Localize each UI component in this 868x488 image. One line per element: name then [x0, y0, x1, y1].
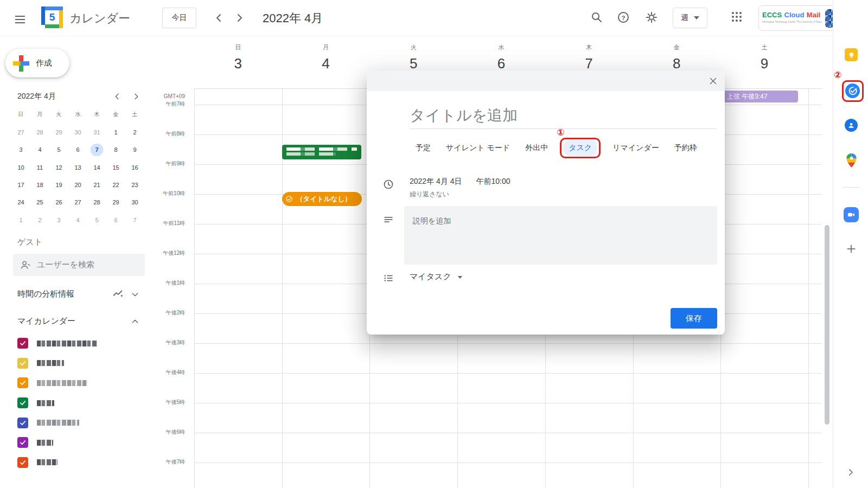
- mini-day[interactable]: 1: [106, 124, 125, 141]
- mini-day[interactable]: 17: [11, 176, 30, 194]
- tab-event[interactable]: 予定: [416, 143, 431, 153]
- calendar-checkbox[interactable]: [17, 437, 28, 448]
- dialog-drag-handle[interactable]: [367, 70, 725, 91]
- mini-day[interactable]: 24: [11, 194, 30, 211]
- chevron-up-icon[interactable]: [131, 317, 139, 326]
- tab-task[interactable]: タスク ①: [563, 140, 597, 156]
- calendar-list-item[interactable]: [13, 373, 149, 393]
- google-apps-grid-icon[interactable]: [732, 12, 743, 23]
- mini-day[interactable]: 30: [68, 124, 87, 141]
- vertical-scrollbar[interactable]: [825, 225, 829, 425]
- mini-day[interactable]: 21: [87, 176, 106, 194]
- help-icon[interactable]: ?: [617, 11, 630, 24]
- mini-day[interactable]: 14: [87, 159, 106, 176]
- mini-day[interactable]: 9: [125, 141, 144, 158]
- datetime-row[interactable]: 2022年 4月 4日午前10:00 繰り返さない: [410, 177, 510, 199]
- day-number[interactable]: 9: [720, 55, 808, 72]
- mini-day[interactable]: 12: [49, 159, 68, 176]
- add-addon-icon[interactable]: [845, 243, 857, 255]
- chevron-down-icon[interactable]: [131, 290, 139, 299]
- mini-day[interactable]: 19: [49, 176, 68, 194]
- calendar-checkbox[interactable]: [17, 377, 28, 388]
- calendar-list-item[interactable]: [13, 453, 149, 473]
- day-number[interactable]: 4: [282, 55, 370, 72]
- search-icon[interactable]: [590, 11, 603, 24]
- mini-day[interactable]: 15: [106, 159, 125, 176]
- save-button[interactable]: 保存: [671, 308, 717, 329]
- mini-day[interactable]: 26: [49, 194, 68, 211]
- mini-day[interactable]: 29: [106, 194, 125, 211]
- mini-day[interactable]: 6: [68, 141, 87, 158]
- mini-day[interactable]: 10: [11, 159, 30, 176]
- mini-day[interactable]: 18: [30, 176, 49, 194]
- day-number[interactable]: 7: [545, 55, 633, 72]
- next-week-icon[interactable]: [233, 11, 246, 24]
- task-chip-untitled[interactable]: （タイトルなし）: [282, 192, 362, 206]
- calendar-list-item[interactable]: [13, 413, 149, 433]
- day-number[interactable]: 6: [457, 55, 545, 72]
- mini-day-selected[interactable]: 7: [87, 141, 106, 158]
- mini-day[interactable]: 28: [30, 124, 49, 141]
- tab-out-of-office[interactable]: 外出中: [525, 143, 548, 153]
- calendar-list-item[interactable]: [13, 354, 149, 374]
- my-calendars-label[interactable]: マイカレンダー: [17, 316, 75, 326]
- guest-search-input[interactable]: ユーザーを検索: [13, 254, 145, 276]
- mini-day[interactable]: 6: [106, 211, 125, 228]
- zoom-meet-icon[interactable]: [844, 207, 859, 222]
- collapse-panel-icon[interactable]: [846, 467, 856, 477]
- calendar-checkbox[interactable]: [17, 338, 28, 349]
- calendar-checkbox[interactable]: [17, 358, 28, 369]
- mini-day[interactable]: 3: [49, 211, 68, 228]
- mini-day[interactable]: 20: [68, 176, 87, 194]
- mini-day[interactable]: 25: [30, 194, 49, 211]
- hamburger-menu-icon[interactable]: [15, 14, 25, 25]
- mini-day[interactable]: 11: [30, 159, 49, 176]
- close-icon[interactable]: [706, 74, 719, 87]
- task-list-selector[interactable]: マイタスク: [410, 272, 462, 282]
- mini-day[interactable]: 31: [87, 124, 106, 141]
- calendar-list-item[interactable]: [13, 433, 149, 453]
- mini-day[interactable]: 1: [11, 211, 30, 228]
- mini-day[interactable]: 27: [68, 194, 87, 211]
- allday-event[interactable]: 上弦 午後3:47: [722, 91, 798, 102]
- day-number[interactable]: 5: [369, 55, 457, 72]
- calendar-list-item[interactable]: [13, 393, 149, 413]
- calendar-checkbox[interactable]: [17, 457, 28, 468]
- calendar-checkbox[interactable]: [17, 418, 28, 428]
- description-placeholder: 説明を追加: [413, 216, 451, 225]
- mini-day[interactable]: 2: [30, 211, 49, 228]
- calendar-checkbox[interactable]: [17, 397, 28, 408]
- day-number[interactable]: 3: [194, 55, 282, 72]
- title-input[interactable]: タイトルを追加: [410, 105, 518, 126]
- event-redacted[interactable]: [282, 145, 361, 159]
- view-selector[interactable]: 週: [673, 8, 707, 28]
- today-button[interactable]: 今日: [162, 8, 196, 28]
- description-textarea[interactable]: 説明を追加: [404, 206, 717, 265]
- mini-day[interactable]: 4: [30, 141, 49, 158]
- mini-day[interactable]: 5: [49, 141, 68, 158]
- keep-icon[interactable]: [845, 48, 858, 61]
- mini-day[interactable]: 8: [106, 141, 125, 158]
- contacts-icon[interactable]: [845, 119, 858, 132]
- mini-day[interactable]: 27: [11, 124, 30, 141]
- day-number[interactable]: 8: [633, 55, 720, 72]
- tab-focus-time[interactable]: サイレント モード: [446, 143, 510, 153]
- mini-day[interactable]: 13: [68, 159, 87, 176]
- mini-day[interactable]: 28: [87, 194, 106, 211]
- mini-day[interactable]: 5: [87, 211, 106, 228]
- maps-icon[interactable]: [846, 153, 857, 168]
- mini-prev-month-icon[interactable]: [113, 92, 122, 101]
- prev-week-icon[interactable]: [213, 11, 226, 24]
- calendar-list-item[interactable]: [13, 333, 149, 354]
- tab-appointment-slots[interactable]: 予約枠: [674, 143, 697, 153]
- time-insights-label[interactable]: 時間の分析情報: [17, 289, 74, 299]
- tasks-icon[interactable]: [845, 84, 860, 98]
- create-button[interactable]: 作成: [5, 49, 69, 78]
- tab-reminder[interactable]: リマインダー: [612, 143, 659, 153]
- settings-gear-icon[interactable]: [645, 11, 658, 24]
- mini-day[interactable]: 22: [106, 176, 125, 194]
- mini-day[interactable]: 4: [68, 211, 87, 228]
- mini-day[interactable]: 3: [11, 141, 30, 158]
- mini-day[interactable]: 29: [49, 124, 68, 141]
- account-badge[interactable]: ECCS Cloud Mail Information Technology C…: [758, 5, 840, 31]
